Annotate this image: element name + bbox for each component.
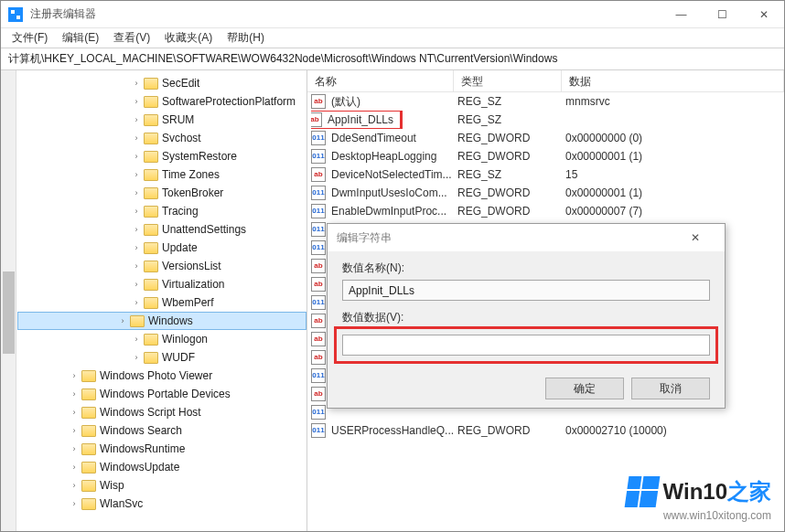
expander-icon[interactable]: › (131, 225, 142, 234)
value-data: mnmsrvc (562, 95, 784, 108)
tree-node-label: Virtualization (162, 278, 224, 291)
cancel-button[interactable]: 取消 (631, 378, 710, 399)
expander-icon[interactable]: › (131, 115, 142, 124)
expander-icon[interactable]: › (69, 426, 80, 435)
expander-icon[interactable]: › (131, 79, 142, 88)
folder-icon (81, 443, 96, 455)
tree-node-label: Svchost (162, 132, 201, 144)
column-data[interactable]: 数据 (562, 70, 784, 91)
registry-tree[interactable]: ›SecEdit›SoftwareProtectionPlatform›SRUM… (17, 70, 306, 531)
expander-icon[interactable]: › (131, 298, 142, 307)
expander-icon[interactable]: › (69, 389, 80, 399)
column-type[interactable]: 类型 (454, 70, 562, 91)
tree-node[interactable]: ›Windows Script Host (17, 403, 306, 421)
value-data-label: 数值数据(V): (342, 310, 710, 325)
close-button[interactable]: ✕ (743, 1, 784, 28)
tree-node-label: Windows Script Host (100, 406, 201, 419)
tree-node[interactable]: ›Windows Search (17, 421, 306, 440)
expander-icon[interactable]: › (131, 207, 142, 216)
expander-icon[interactable]: › (69, 408, 80, 417)
tree-node[interactable]: ›VersionsList (17, 257, 306, 275)
tree-node[interactable]: ›Virtualization (17, 275, 306, 293)
tree-node[interactable]: ›WbemPerf (17, 293, 306, 312)
tree-node[interactable]: ›Svchost (17, 129, 306, 147)
dialog-titlebar[interactable]: 编辑字符串 ✕ (328, 224, 725, 251)
tree-node[interactable]: ›Tracing (17, 202, 306, 220)
expander-icon[interactable]: › (131, 243, 142, 252)
expander-icon[interactable]: › (69, 444, 80, 453)
value-row[interactable]: 011DwmInputUsesIoCom...REG_DWORD0x000000… (307, 184, 784, 202)
tree-node-label: Update (162, 241, 198, 254)
column-name[interactable]: 名称 (307, 70, 454, 91)
dialog-close-button[interactable]: ✕ (675, 224, 715, 251)
minimize-button[interactable]: — (661, 1, 702, 28)
edit-string-dialog: 编辑字符串 ✕ 数值名称(N): 数值数据(V): 确定 取消 (327, 223, 726, 409)
value-icon: 011 (311, 295, 326, 310)
expander-icon[interactable]: › (69, 463, 80, 472)
menu-favorites[interactable]: 收藏夹(A) (157, 28, 220, 48)
expander-icon[interactable]: › (131, 353, 142, 362)
tree-node-label: SoftwareProtectionPlatform (162, 95, 296, 108)
tree-scrollbar[interactable] (1, 70, 16, 531)
tree-node[interactable]: ›SystemRestore (17, 147, 306, 165)
folder-icon (81, 498, 96, 510)
value-type: REG_DWORD (454, 186, 562, 199)
expander-icon[interactable]: › (131, 170, 142, 179)
tree-node[interactable]: ›Windows Portable Devices (17, 385, 306, 403)
expander-icon[interactable]: › (69, 371, 80, 380)
value-data-field[interactable] (342, 335, 710, 356)
expander-icon[interactable]: › (117, 316, 128, 325)
address-bar[interactable]: 计算机\HKEY_LOCAL_MACHINE\SOFTWARE\WOW6432N… (1, 48, 784, 70)
menu-file[interactable]: 文件(F) (5, 28, 55, 48)
tree-node-label: VersionsList (162, 260, 221, 272)
menu-view[interactable]: 查看(V) (106, 28, 157, 48)
tree-node[interactable]: ›SecEdit (17, 74, 306, 92)
value-row[interactable]: abDeviceNotSelectedTim...REG_SZ15 (307, 165, 784, 184)
tree-node-selected[interactable]: ›Windows (17, 312, 306, 330)
tree-node[interactable]: ›TokenBroker (17, 184, 306, 202)
scrollbar-thumb[interactable] (3, 271, 15, 354)
tree-node-label: Windows (148, 314, 193, 327)
tree-node[interactable]: ›WindowsUpdate (17, 458, 306, 476)
value-row[interactable]: 011DdeSendTimeoutREG_DWORD0x00000000 (0) (307, 129, 784, 147)
ok-button[interactable]: 确定 (545, 378, 624, 399)
tree-node[interactable]: ›SRUM (17, 111, 306, 129)
expander-icon[interactable]: › (131, 133, 142, 143)
expander-icon[interactable]: › (69, 499, 80, 508)
tree-node[interactable]: ›WlanSvc (17, 495, 306, 513)
folder-icon (144, 96, 158, 108)
folder-icon (130, 315, 145, 327)
tree-node-label: Tracing (162, 205, 199, 218)
expander-icon[interactable]: › (131, 97, 142, 106)
tree-node[interactable]: ›Update (17, 239, 306, 257)
tree-node[interactable]: ›Wisp (17, 476, 306, 495)
value-row[interactable]: ab(默认)REG_SZmnmsrvc (307, 92, 784, 111)
expander-icon[interactable]: › (131, 152, 142, 161)
value-row[interactable]: 011DesktopHeapLoggingREG_DWORD0x00000001… (307, 147, 784, 165)
tree-node[interactable]: ›UnattendSettings (17, 220, 306, 239)
folder-icon (144, 242, 158, 254)
tree-node-label: Windows Photo Viewer (100, 369, 212, 382)
expander-icon[interactable]: › (131, 335, 142, 344)
menu-help[interactable]: 帮助(H) (220, 28, 272, 48)
value-row[interactable]: 011EnableDwmInputProc...REG_DWORD0x00000… (307, 202, 784, 220)
folder-icon (81, 388, 96, 400)
tree-node-label: WbemPerf (162, 296, 214, 309)
expander-icon[interactable]: › (69, 481, 80, 490)
tree-node[interactable]: ›WUDF (17, 348, 306, 367)
tree-node-label: WUDF (162, 351, 195, 364)
tree-node[interactable]: ›Winlogon (17, 330, 306, 348)
menu-edit[interactable]: 编辑(E) (55, 28, 106, 48)
expander-icon[interactable]: › (131, 280, 142, 289)
maximize-button[interactable]: ☐ (702, 1, 743, 28)
tree-node[interactable]: ›Time Zones (17, 165, 306, 184)
value-row[interactable]: abAppInit_DLLsREG_SZ (307, 111, 784, 129)
tree-node[interactable]: ›WindowsRuntime (17, 440, 306, 458)
expander-icon[interactable]: › (131, 261, 142, 271)
expander-icon[interactable]: › (131, 188, 142, 197)
value-row[interactable]: 011USERProcessHandleQ...REG_DWORD0x00002… (307, 421, 784, 440)
tree-node[interactable]: ›Windows Photo Viewer (17, 367, 306, 385)
tree-node[interactable]: ›SoftwareProtectionPlatform (17, 92, 306, 111)
value-type: REG_SZ (454, 113, 562, 126)
value-data: 0x00000001 (1) (562, 150, 784, 163)
